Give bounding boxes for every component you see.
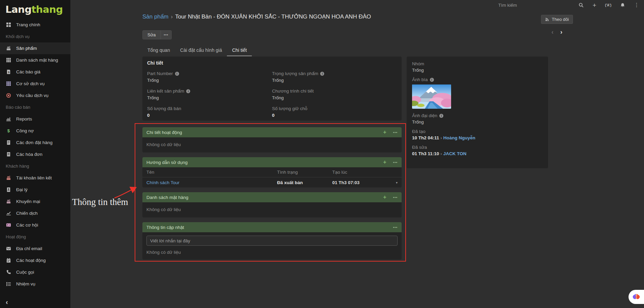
sidebar-item-label: Cơ sở dịch vụ <box>16 81 44 86</box>
sidebar-item-activities[interactable]: Các hoạt động <box>0 254 70 266</box>
sidebar-item-service-bases[interactable]: Cơ sở dịch vụ <box>0 78 70 90</box>
sidebar-item-label: Reports <box>16 116 32 122</box>
field-quantity-reserved: Số lượng giữ chỗ 0 <box>272 106 397 118</box>
edit-button[interactable]: Sửa <box>143 31 161 39</box>
quick-create-icon[interactable]: + <box>592 2 596 8</box>
broadcast-icon[interactable]: ('A') <box>605 3 611 7</box>
grid-dense-icon <box>6 81 11 87</box>
sidebar-item-calls[interactable]: Cuộc gọi <box>0 266 70 278</box>
search-input[interactable] <box>498 1 552 9</box>
sidebar-item-debts[interactable]: $ Công nợ <box>0 125 70 137</box>
sidebar-item-label: Chiến dịch <box>16 211 38 216</box>
add-icon[interactable]: + <box>383 160 386 165</box>
line-chart-icon <box>6 211 11 216</box>
sidebar-collapse-button[interactable]: ‹ <box>6 299 8 305</box>
panel-kebab-icon[interactable]: ••• <box>393 226 398 229</box>
sidebar-item-products[interactable]: Sản phẩm <box>0 42 70 54</box>
row-dropdown-caret-icon[interactable]: ▾ <box>382 181 398 184</box>
record-tabs: Tổng quan Cài đặt cấu hình giá Chi tiết <box>142 45 252 56</box>
sidebar-item-label: Địa chỉ email <box>16 246 42 251</box>
sidebar-item-orders[interactable]: Các đơn đặt hàng <box>0 137 70 148</box>
panel-item-list: Danh sách mặt hàng + ••• Không có dữ liệ… <box>142 192 402 217</box>
svg-text:$: $ <box>7 128 10 133</box>
calendar-check-icon <box>6 258 11 263</box>
info-icon: i <box>186 89 190 93</box>
next-record-arrow[interactable]: › <box>560 28 562 36</box>
field-product-weight: Trọng lượng sản phẩmi Trống <box>272 71 397 83</box>
sidebar-item-label: Trang chính <box>16 22 40 27</box>
sidebar-item-campaigns[interactable]: Chiến dịch <box>0 207 70 219</box>
stream-post-input[interactable] <box>146 236 398 246</box>
field-value: Trống <box>272 78 397 83</box>
info-icon: i <box>439 114 443 118</box>
created-by-link[interactable]: Hoàng Nguyễn <box>443 135 475 140</box>
field-value: Trống <box>147 95 272 100</box>
panel-kebab-icon[interactable]: ••• <box>393 196 398 199</box>
sidebar-item-quotes[interactable]: $ Các báo giá <box>0 66 70 78</box>
follow-button[interactable]: Theo dõi <box>541 15 573 24</box>
detail-panel: Chi tiết Part Numberi Trống Trọng lượng … <box>142 57 402 121</box>
panel-kebab-icon[interactable]: ••• <box>393 161 398 164</box>
previous-record-arrow[interactable]: ‹ <box>551 28 553 36</box>
field-quantity-sold: Số lượng đã bán 0 <box>147 106 272 118</box>
tab-details[interactable]: Chi tiết <box>227 45 252 56</box>
cover-image[interactable] <box>412 84 451 109</box>
sidebar-item-invoices[interactable]: Các hóa đơn <box>0 148 70 160</box>
sidebar-item-emails[interactable]: Địa chỉ email <box>0 243 70 254</box>
field-value: Trống <box>147 78 272 83</box>
empty-state-text: Không có dữ liệu <box>146 250 398 255</box>
sidebar-item-linked-accounts[interactable]: Tài khoản liên kết <box>0 172 70 184</box>
sidebar-item-label: Yêu cầu dịch vụ <box>16 93 48 98</box>
sidebar-item-home[interactable]: Trang chính <box>0 19 70 31</box>
panel-kebab-icon[interactable]: ••• <box>393 131 398 134</box>
kebab-menu-icon[interactable]: ⋮ <box>634 2 639 8</box>
column-header-created: Tạo lúc <box>332 170 382 175</box>
envelope-icon <box>6 246 11 251</box>
info-icon: i <box>320 72 324 76</box>
file-dollar-icon: $ <box>6 69 11 75</box>
sidebar-item-item-list[interactable]: Danh sách mặt hàng <box>0 54 70 66</box>
sidebar-item-promotions[interactable]: Khuyến mại <box>0 196 70 207</box>
dollar-icon: $ <box>6 128 11 134</box>
sidebar-item-opportunities[interactable]: Các cơ hội <box>0 219 70 231</box>
sidebar-item-label: Đại lý <box>16 187 28 192</box>
logo-text-left: Lang <box>5 4 31 15</box>
bell-icon[interactable] <box>620 3 625 8</box>
brain-icon <box>632 293 640 301</box>
sidebar-item-label: Nhiệm vụ <box>16 281 35 286</box>
modified-by-link[interactable]: JACK TON <box>443 151 467 156</box>
guide-created-at: 01 Th3 07:03 <box>332 180 382 185</box>
sidebar-item-label: Sản phẩm <box>16 46 37 51</box>
add-icon[interactable]: + <box>383 130 386 135</box>
promo-icon <box>6 199 11 204</box>
sidebar-item-label: Các hoạt động <box>16 258 46 263</box>
side-info-panel: Nhóm Trống Ảnh bìai Ảnh đại diệni Trống … <box>407 57 548 168</box>
rss-icon <box>545 17 549 22</box>
tab-overview[interactable]: Tổng quan <box>142 45 175 56</box>
address-card-icon <box>6 223 11 228</box>
sidebar-item-agents[interactable]: Đại lý <box>0 184 70 196</box>
created-datetime: 10 Th2 04:11 <box>412 135 439 140</box>
panel-title: Hướng dẫn sử dụng <box>146 160 383 165</box>
field-part-number: Part Numberi Trống <box>147 71 272 83</box>
breadcrumb-parent-link[interactable]: Sản phẩm <box>142 13 169 20</box>
more-actions-button[interactable]: ••• <box>161 31 172 39</box>
add-icon[interactable]: + <box>383 195 386 200</box>
annotation-text: Thông tin thêm <box>72 197 128 207</box>
app-logo[interactable]: Langthang <box>0 0 70 19</box>
assistant-brain-button[interactable] <box>629 290 644 304</box>
field-value: Trống <box>272 95 397 100</box>
field-detail-program: Chương trình chi tiết Trống <box>272 89 397 100</box>
field-value: 0 <box>147 113 272 118</box>
guide-name-link[interactable]: Chính sách Tour <box>146 180 179 185</box>
panel-activity-details: Chi tiết hoạt động + ••• Không có dữ liệ… <box>142 127 402 152</box>
file-invoice-icon <box>6 140 11 145</box>
sidebar-item-tasks[interactable]: Nhiệm vụ <box>0 278 70 290</box>
table-row: Chính sách Tour Đã xuất bản 01 Th3 07:03… <box>142 177 402 187</box>
sidebar-item-service-requests[interactable]: Yêu cầu dịch vụ <box>0 90 70 101</box>
sidebar-item-reports[interactable]: Reports <box>0 113 70 125</box>
tab-price-config[interactable]: Cài đặt cấu hình giá <box>175 45 227 56</box>
search-icon[interactable] <box>578 2 584 8</box>
sidebar-item-label: Các hóa đơn <box>16 152 42 157</box>
panel-title: Chi tiết hoạt động <box>146 130 383 135</box>
